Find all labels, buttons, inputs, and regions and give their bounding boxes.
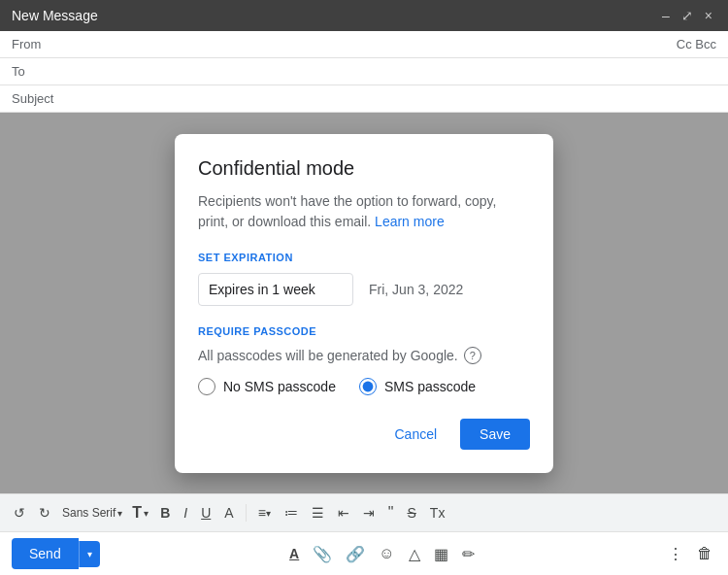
maximize-button[interactable]: ⤢	[678, 6, 697, 25]
passcode-description-text: All passcodes will be generated by Googl…	[198, 348, 458, 363]
font-chevron-icon: ▾	[117, 508, 122, 519]
cc-bcc-button[interactable]: Cc Bcc	[677, 37, 716, 51]
strikethrough-icon: S	[407, 505, 415, 521]
undo-button[interactable]: ↺	[8, 501, 31, 524]
text-color-button[interactable]: A	[218, 501, 239, 524]
compose-header: New Message – ⤢ ×	[0, 0, 728, 31]
italic-button[interactable]: I	[178, 501, 193, 524]
redo-button[interactable]: ↻	[33, 501, 56, 524]
redo-icon: ↻	[39, 505, 50, 521]
undo-icon: ↺	[14, 505, 25, 521]
cancel-button[interactable]: Cancel	[379, 419, 452, 450]
formatting-icon: A	[289, 546, 299, 561]
set-expiration-label: SET EXPIRATION	[198, 252, 530, 263]
action-bar-tools: A 📎 🔗 ☺ △ ▦ ✏	[285, 541, 478, 567]
italic-icon: I	[183, 505, 187, 521]
text-color-icon: A	[224, 505, 233, 521]
sms-option[interactable]: SMS passcode	[359, 378, 476, 395]
attachment-button[interactable]: 📎	[309, 541, 336, 567]
bold-icon: B	[160, 505, 170, 521]
emoji-button[interactable]: ☺	[375, 541, 398, 566]
no-sms-option[interactable]: No SMS passcode	[198, 378, 336, 395]
modal-description: Recipients won't have the option to forw…	[198, 191, 530, 232]
font-family-label: Sans Serif	[62, 506, 116, 520]
minimize-button[interactable]: –	[658, 6, 674, 25]
modal-actions: Cancel Save	[198, 419, 530, 450]
strikethrough-button[interactable]: S	[401, 501, 421, 524]
subject-field-row[interactable]: Subject	[0, 85, 728, 113]
more-options-button[interactable]: ✏	[458, 541, 479, 567]
font-size-button[interactable]: T ▾	[128, 502, 152, 524]
font-size-chevron-icon: ▾	[144, 508, 149, 519]
no-sms-label: No SMS passcode	[223, 379, 336, 394]
drive-button[interactable]: △	[405, 541, 424, 567]
delete-button[interactable]: 🗑	[693, 541, 716, 566]
align-button[interactable]: ≡ ▾	[252, 501, 277, 524]
learn-more-link[interactable]: Learn more	[375, 214, 445, 229]
indent-more-icon: ⇥	[363, 505, 375, 521]
underline-icon: U	[201, 505, 211, 521]
expiration-date: Fri, Jun 3, 2022	[369, 282, 463, 297]
window-title: New Message	[12, 8, 98, 23]
compose-window: New Message – ⤢ × From Cc Bcc To Subject	[0, 0, 728, 575]
align-chevron-icon: ▾	[266, 508, 271, 519]
passcode-description: All passcodes will be generated by Googl…	[198, 347, 530, 364]
require-passcode-label: REQUIRE PASSCODE	[198, 325, 530, 337]
ordered-list-button[interactable]: ≔	[279, 501, 304, 524]
more-menu-button[interactable]: ⋮	[664, 541, 687, 567]
send-dropdown-button[interactable]: ▾	[79, 541, 100, 567]
help-icon[interactable]: ?	[464, 347, 481, 364]
remove-format-icon: Tx	[430, 505, 446, 521]
quote-button[interactable]: "	[382, 500, 400, 525]
expiration-row: Expires in 1 week Expires in 1 day Expir…	[198, 273, 530, 306]
bold-button[interactable]: B	[154, 501, 176, 524]
confidential-mode-dialog: Confidential mode Recipients won't have …	[175, 134, 553, 473]
from-label: From	[12, 37, 70, 51]
unordered-list-button[interactable]: ☰	[306, 501, 330, 524]
photo-button[interactable]: ▦	[430, 541, 452, 567]
emoji-icon: ☺	[379, 545, 394, 561]
save-button[interactable]: Save	[460, 419, 530, 450]
trash-icon: 🗑	[697, 545, 712, 561]
no-sms-radio[interactable]	[198, 378, 215, 395]
passcode-radio-group: No SMS passcode SMS passcode	[198, 378, 530, 395]
to-label: To	[12, 64, 70, 79]
drive-icon: △	[409, 546, 420, 562]
link-button[interactable]: 🔗	[342, 541, 369, 567]
close-button[interactable]: ×	[701, 6, 716, 25]
formatting-toolbar: ↺ ↻ Sans Serif ▾ T ▾ B I U A ≡ ▾	[0, 493, 728, 531]
unordered-list-icon: ☰	[312, 505, 324, 521]
link-icon: 🔗	[346, 546, 365, 562]
compose-body: Confidential mode Recipients won't have …	[0, 113, 728, 493]
sms-label: SMS passcode	[384, 379, 476, 394]
from-field-row: From Cc Bcc	[0, 31, 728, 58]
expiration-select-wrapper[interactable]: Expires in 1 week Expires in 1 day Expir…	[198, 273, 353, 306]
attachment-icon: 📎	[313, 546, 332, 562]
to-field-row[interactable]: To	[0, 58, 728, 85]
subject-label: Subject	[12, 91, 70, 106]
photo-icon: ▦	[434, 546, 448, 562]
underline-button[interactable]: U	[195, 501, 216, 524]
ordered-list-icon: ≔	[284, 505, 298, 521]
formatting-toggle-button[interactable]: A	[285, 541, 303, 566]
indent-less-icon: ⇤	[338, 505, 349, 521]
toolbar-separator-1	[246, 504, 247, 522]
modal-overlay: Confidential mode Recipients won't have …	[0, 113, 728, 493]
remove-format-button[interactable]: Tx	[424, 501, 451, 524]
indent-less-button[interactable]: ⇤	[332, 501, 355, 524]
send-button[interactable]: Send	[12, 538, 79, 569]
compose-action-bar: Send ▾ A 📎 🔗 ☺ △ ▦	[0, 531, 728, 575]
more-menu-icon: ⋮	[668, 546, 683, 562]
more-icon: ✏	[462, 546, 475, 562]
window-controls: – ⤢ ×	[658, 6, 716, 25]
expiration-dropdown[interactable]: Expires in 1 week Expires in 1 day Expir…	[209, 282, 328, 297]
font-family-button[interactable]: Sans Serif ▾	[58, 504, 126, 522]
font-size-icon: T	[132, 504, 142, 522]
indent-more-button[interactable]: ⇥	[357, 501, 381, 524]
sms-radio[interactable]	[359, 378, 377, 395]
quote-icon: "	[388, 504, 394, 522]
action-bar-right: ⋮ 🗑	[664, 541, 716, 567]
compose-fields: From Cc Bcc To Subject	[0, 31, 728, 113]
modal-description-text: Recipients won't have the option to forw…	[198, 193, 496, 229]
send-dropdown-icon: ▾	[87, 549, 92, 559]
